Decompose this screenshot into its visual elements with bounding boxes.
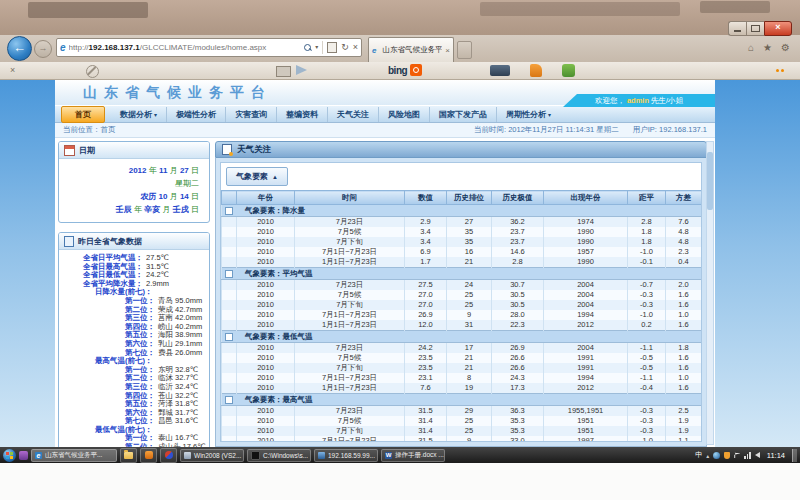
table-cell: 2010 — [237, 353, 295, 363]
nav-tab-5[interactable]: 整编资料 — [276, 107, 327, 122]
maximize-button[interactable] — [746, 21, 764, 36]
table-cell: 27 — [447, 217, 492, 228]
back-button[interactable]: ← — [7, 36, 32, 61]
nav-tab-3[interactable]: 极端性分析 — [166, 107, 225, 122]
group-collapse-checkbox[interactable] — [225, 270, 233, 278]
group-collapse-checkbox[interactable] — [225, 333, 233, 341]
table-cell: 1.0 — [666, 373, 702, 383]
rank-value[interactable]: 昌邑 31.6℃ — [158, 417, 198, 426]
taskbar-window-4[interactable]: 192.168.59.99... — [314, 449, 378, 462]
table-cell: 17.3 — [492, 383, 544, 394]
group-row[interactable]: 气象要素：最高气温 — [222, 394, 702, 406]
favorites-star-icon[interactable]: ★ — [763, 41, 772, 55]
address-bar[interactable]: e http://192.168.137.1/GLCCLIMATE/module… — [56, 38, 362, 57]
nav-tab-2[interactable]: 数据分析▾ — [111, 107, 166, 122]
table-cell: 29 — [447, 406, 492, 417]
table-row: 20107月下旬23.52126.61991-0.51.6 — [222, 363, 702, 373]
nav-tab-9[interactable]: 周期性分析▾ — [496, 107, 560, 122]
table-cell: 2010 — [237, 426, 295, 436]
column-header[interactable]: 历史极值 — [492, 191, 544, 205]
camera-plugin-icon[interactable] — [490, 65, 510, 76]
network-icon[interactable] — [744, 452, 751, 459]
column-header[interactable]: 出现年份 — [544, 191, 628, 205]
element-filter-button[interactable]: 气象要素 ▲ — [226, 167, 288, 186]
group-inner: 气象要素：最高气温 — [222, 395, 701, 405]
group-label: 气象要素：降水量 — [245, 206, 305, 216]
ime-indicator[interactable]: 中 — [695, 450, 702, 460]
group-collapse-checkbox[interactable] — [225, 207, 233, 215]
tools-gear-icon[interactable]: ⚙ — [781, 41, 790, 55]
row-select-cell — [222, 290, 237, 300]
nav-tab-7[interactable]: 风险地图 — [378, 107, 429, 122]
start-button[interactable] — [3, 449, 16, 462]
share-icon[interactable] — [296, 65, 307, 75]
date-segment: 星期二 — [175, 179, 199, 188]
tray-app-icon[interactable] — [713, 452, 720, 459]
new-tab-button[interactable] — [457, 41, 472, 59]
bing-logo[interactable]: bing — [388, 64, 422, 76]
tab-close-icon[interactable]: × — [445, 46, 450, 55]
group-row[interactable]: 气象要素：最低气温 — [222, 331, 702, 343]
column-header[interactable]: 数值 — [405, 191, 447, 205]
taskbar-window-2[interactable]: Win2008 (VS2... — [180, 449, 244, 462]
column-header[interactable]: 历史排位 — [447, 191, 492, 205]
browser-tab[interactable]: e 山东省气候业务平... × — [368, 37, 454, 62]
taskbar-window-1[interactable]: e山东省气候业务平... — [31, 449, 117, 462]
group-collapse-checkbox[interactable] — [225, 396, 233, 404]
column-header[interactable]: 时间 — [295, 191, 405, 205]
table-cell: 2012 — [544, 383, 628, 394]
close-button[interactable]: × — [764, 21, 792, 36]
speaker-icon[interactable] — [755, 452, 760, 458]
pinned-app-icon[interactable] — [19, 451, 28, 460]
group-row[interactable]: 气象要素：降水量 — [222, 205, 702, 217]
taskbar-window-3[interactable]: C:\Windows\s... — [247, 449, 311, 462]
explorer-taskbar-button[interactable] — [120, 448, 137, 463]
show-desktop-button[interactable] — [792, 449, 797, 462]
flag-icon[interactable] — [734, 452, 740, 458]
action-center-icon[interactable] — [724, 452, 730, 459]
minimize-button[interactable] — [728, 21, 746, 36]
taskbar-window-5[interactable]: W操作手册.docx ... — [381, 449, 445, 462]
group-row[interactable]: 气象要素：平均气温 — [222, 268, 702, 280]
date-panel-body: 2012 年 11 月 27 日星期二农历 10 月 14 日壬辰 年 辛亥 月… — [59, 159, 209, 222]
mail-icon[interactable] — [276, 66, 291, 77]
stop-icon[interactable]: × — [353, 43, 358, 52]
close-toolbar-icon[interactable]: × — [10, 65, 15, 75]
column-header[interactable]: 年份 — [237, 191, 295, 205]
vertical-scrollbar[interactable] — [706, 141, 714, 445]
scrollbar-thumb[interactable] — [707, 152, 713, 210]
nav-tab-1[interactable]: 首页 — [61, 106, 105, 123]
tray-expand-icon[interactable]: ▴ — [706, 452, 709, 459]
table-row: 20107月下旬31.42535.31951-0.31.9 — [222, 426, 702, 436]
refresh-icon[interactable]: ↻ — [341, 43, 349, 52]
more-options-icon[interactable] — [776, 69, 790, 72]
taskbar: e山东省气候业务平... Win2008 (VS2...C:\Windows\s… — [0, 447, 800, 463]
taskbar-clock[interactable]: 11:14 — [767, 451, 785, 460]
table-cell: 12.0 — [405, 320, 447, 331]
table-cell: 7月5候 — [295, 290, 405, 300]
nav-tab-6[interactable]: 天气关注 — [327, 107, 378, 122]
table-cell: 1991 — [544, 363, 628, 373]
column-header[interactable]: 方差 — [666, 191, 702, 205]
search-icon[interactable] — [304, 44, 311, 51]
app-taskbar-button[interactable] — [140, 448, 157, 463]
row-select-cell — [222, 237, 237, 247]
messenger-plugin-icon[interactable] — [562, 64, 575, 77]
main-panel: 天气关注 气象要素 ▲ 年份时间数值历史排位历史极值 — [215, 141, 707, 447]
nav-tab-8[interactable]: 国家下发产品 — [429, 107, 496, 122]
row-select-cell — [222, 343, 237, 354]
forward-button[interactable]: → — [34, 40, 52, 58]
rank-value[interactable]: 费县 26.0mm — [158, 349, 202, 358]
table-cell: 31.5 — [405, 436, 447, 442]
table-cell: 1月1日~7月23日 — [295, 320, 405, 331]
media-taskbar-button[interactable] — [160, 448, 177, 463]
column-header[interactable]: 距平 — [628, 191, 666, 205]
table-cell: 7月1日~7月23日 — [295, 310, 405, 320]
person-plugin-icon[interactable] — [530, 64, 542, 77]
nav-tab-4[interactable]: 灾害查询 — [225, 107, 276, 122]
home-icon[interactable]: ⌂ — [748, 41, 754, 55]
chevron-down-icon[interactable]: ▾ — [315, 43, 318, 52]
table-cell: 2010 — [237, 383, 295, 394]
compatibility-view-icon[interactable] — [327, 42, 337, 53]
table-head: 年份时间数值历史排位历史极值出现年份距平方差 — [222, 191, 702, 205]
